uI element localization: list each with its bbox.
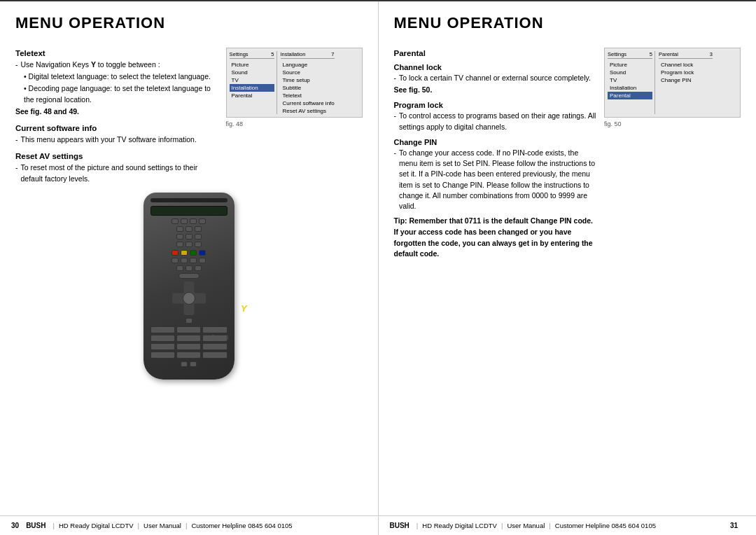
remote-control: Y <box>144 193 234 380</box>
fig48-label: fig. 48 <box>226 120 363 127</box>
remote-btn-ttx <box>176 265 183 271</box>
footer-right-helpline-num: 0845 604 0105 <box>612 522 656 529</box>
fig50-label: fig. 50 <box>604 120 741 127</box>
remote-top-bar <box>150 198 227 202</box>
remote-btn-tv <box>199 218 206 224</box>
footer-right: BUSH | HD Ready Digital LCDTV | User Man… <box>379 516 757 535</box>
right-page-num: 31 <box>730 522 738 529</box>
fig48-container: Settings 5 Picture Sound TV Installation… <box>226 42 363 186</box>
remote-btn-pg <box>190 218 197 224</box>
menu-screenshot-fig48: Settings 5 Picture Sound TV Installation… <box>226 48 363 118</box>
remote-btn-5 <box>186 234 192 239</box>
left-page-title: MENU OPERATION <box>15 14 363 32</box>
current-software-header: Current software info <box>15 124 219 132</box>
remote-btn-mute2 <box>178 273 200 279</box>
remote-btn-menu <box>172 218 178 224</box>
right-page: MENU OPERATION Parental Channel lock - T… <box>379 1 757 515</box>
remote-btn-8 <box>186 242 192 247</box>
remote-btn-ok <box>186 318 192 324</box>
remote-container: Y <box>15 193 363 380</box>
change-pin-tip: Tip: Remember that 0711 is the default C… <box>394 216 598 260</box>
channel-lock-see-fig: See fig. 50. <box>394 85 598 95</box>
footer-right-product: HD Ready Digital LCDTV <box>422 522 497 529</box>
remote-btn-num <box>190 258 197 263</box>
teletext-header: Teletext <box>15 49 219 57</box>
remote-btn-1 <box>176 226 183 232</box>
remote-btn-misc2 <box>190 361 197 367</box>
left-page-num: 30 <box>11 522 19 529</box>
remote-btn-mute <box>181 258 188 263</box>
footer-left-doc: User Manual <box>144 522 181 529</box>
footer: 30 BUSH | HD Ready Digital LCDTV | User … <box>0 515 756 535</box>
remote-btn-green <box>190 250 197 256</box>
remote-btn-blue <box>199 250 206 256</box>
fig49-label: fig. 49 <box>211 334 229 341</box>
right-page-title: MENU OPERATION <box>394 14 741 32</box>
footer-right-brand: BUSH <box>390 522 410 529</box>
program-lock-header: Program lock <box>394 101 598 109</box>
footer-left-brand: BUSH <box>26 522 46 529</box>
remote-btn-9 <box>195 242 202 247</box>
remote-btn-sub <box>199 258 206 263</box>
teletext-bullet-1: • Digital teletext language: to select t… <box>15 71 219 82</box>
parental-header: Parental <box>394 49 598 57</box>
left-page: MENU OPERATION Teletext - Use Navigation… <box>0 1 379 515</box>
footer-right-helpline-label: Customer Helpline <box>555 522 610 529</box>
remote-btn-2 <box>186 226 192 232</box>
teletext-item-1: - Use Navigation Keys Y to toggle betwee… <box>15 60 219 70</box>
reset-av-header: Reset AV settings <box>15 152 219 160</box>
program-lock-item: - To control access to programs based on… <box>394 111 598 132</box>
menu-screenshot-fig50: Settings 5 Picture Sound TV Installation… <box>604 48 741 118</box>
remote-btn-red <box>172 250 178 256</box>
channel-lock-item: - To lock a certain TV channel or extern… <box>394 73 598 83</box>
remote-screen <box>150 206 227 216</box>
y-button-label: Y <box>241 303 247 314</box>
remote-btn-scan <box>181 218 188 224</box>
footer-left-product: HD Ready Digital LCDTV <box>59 522 134 529</box>
footer-right-doc: User Manual <box>507 522 545 529</box>
footer-left-helpline-num: 0845 604 0105 <box>248 522 292 529</box>
remote-btn-4 <box>176 234 183 239</box>
remote-btn-6 <box>195 234 202 239</box>
teletext-bullet-2: • Decoding page language: to set the tel… <box>15 83 219 104</box>
footer-left: 30 BUSH | HD Ready Digital LCDTV | User … <box>0 516 379 535</box>
remote-btn-misc1 <box>181 361 188 367</box>
current-software-item: - This menu appears with your TV softwar… <box>15 134 219 145</box>
remote-btn-3 <box>195 226 202 232</box>
remote-btn-vol <box>172 258 178 263</box>
remote-btn-share <box>195 265 202 271</box>
change-pin-item: - To change your access code. If no PIN-… <box>394 148 598 211</box>
teletext-see-fig: See fig. 48 and 49. <box>15 106 219 117</box>
footer-left-helpline-label: Customer Helpline <box>191 522 246 529</box>
channel-lock-header: Channel lock <box>394 63 598 71</box>
remote-btn-yellow <box>181 250 188 256</box>
remote-btn-7 <box>176 242 183 247</box>
change-pin-header: Change PIN <box>394 138 598 146</box>
reset-av-item: - To reset most of the picture and sound… <box>15 162 219 183</box>
fig50-container: Settings 5 Picture Sound TV Installation… <box>604 42 741 261</box>
remote-dpad <box>172 282 206 315</box>
remote-btn-tti <box>186 265 192 271</box>
